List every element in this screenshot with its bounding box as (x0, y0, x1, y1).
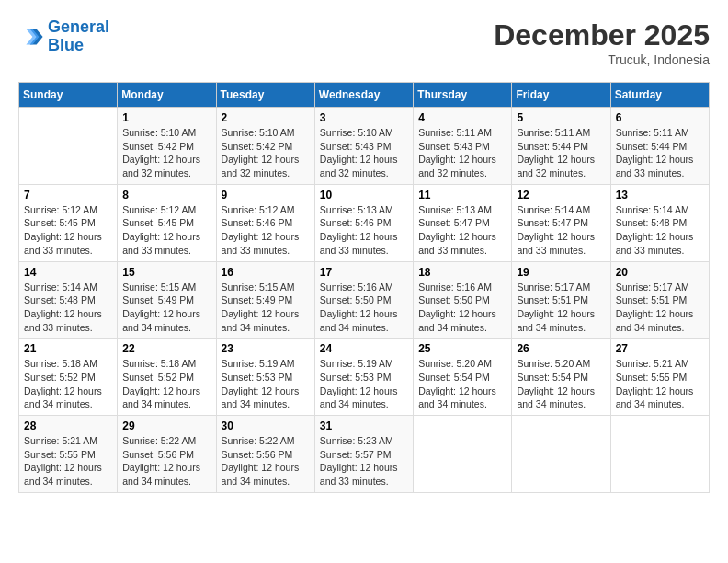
day-number: 19 (517, 266, 605, 279)
day-info: Sunrise: 5:15 AM Sunset: 5:49 PM Dayligh… (222, 281, 310, 335)
day-number: 30 (222, 419, 310, 432)
day-info: Sunrise: 5:11 AM Sunset: 5:43 PM Dayligh… (418, 126, 506, 180)
day-info: Sunrise: 5:17 AM Sunset: 5:51 PM Dayligh… (517, 281, 605, 335)
day-info: Sunrise: 5:10 AM Sunset: 5:42 PM Dayligh… (222, 126, 310, 180)
title-block: December 2025 Trucuk, Indonesia (494, 18, 710, 67)
day-info: Sunrise: 5:16 AM Sunset: 5:50 PM Dayligh… (320, 281, 408, 335)
day-number: 7 (24, 189, 112, 201)
day-number: 25 (418, 342, 506, 355)
calendar-cell: 30Sunrise: 5:22 AM Sunset: 5:56 PM Dayli… (216, 416, 314, 493)
weekday-header: Sunday (19, 83, 118, 108)
calendar-cell: 25Sunrise: 5:20 AM Sunset: 5:54 PM Dayli… (414, 339, 512, 416)
calendar-cell: 24Sunrise: 5:19 AM Sunset: 5:53 PM Dayli… (314, 339, 413, 416)
calendar-cell: 4Sunrise: 5:11 AM Sunset: 5:43 PM Daylig… (414, 108, 512, 185)
day-number: 2 (222, 111, 310, 124)
calendar-cell (414, 416, 512, 493)
day-info: Sunrise: 5:23 AM Sunset: 5:57 PM Dayligh… (320, 434, 408, 488)
day-number: 8 (122, 189, 210, 201)
calendar-cell (19, 108, 118, 185)
day-info: Sunrise: 5:21 AM Sunset: 5:55 PM Dayligh… (616, 357, 704, 411)
logo-text: General Blue (48, 18, 109, 55)
calendar-cell: 13Sunrise: 5:14 AM Sunset: 5:48 PM Dayli… (610, 184, 709, 261)
calendar-cell: 19Sunrise: 5:17 AM Sunset: 5:51 PM Dayli… (512, 261, 610, 339)
calendar-cell: 16Sunrise: 5:15 AM Sunset: 5:49 PM Dayli… (216, 261, 314, 339)
calendar-cell: 12Sunrise: 5:14 AM Sunset: 5:47 PM Dayli… (512, 184, 610, 261)
day-info: Sunrise: 5:10 AM Sunset: 5:42 PM Dayligh… (122, 126, 210, 180)
day-info: Sunrise: 5:10 AM Sunset: 5:43 PM Dayligh… (320, 126, 408, 180)
day-info: Sunrise: 5:17 AM Sunset: 5:51 PM Dayligh… (616, 281, 704, 335)
calendar-cell: 3Sunrise: 5:10 AM Sunset: 5:43 PM Daylig… (314, 108, 413, 185)
day-number: 18 (418, 266, 506, 279)
calendar-header: SundayMondayTuesdayWednesdayThursdayFrid… (19, 83, 710, 108)
day-number: 13 (616, 189, 704, 201)
day-info: Sunrise: 5:11 AM Sunset: 5:44 PM Dayligh… (616, 126, 704, 180)
day-info: Sunrise: 5:20 AM Sunset: 5:54 PM Dayligh… (418, 357, 506, 411)
day-number: 14 (24, 266, 112, 279)
day-info: Sunrise: 5:14 AM Sunset: 5:47 PM Dayligh… (517, 203, 605, 258)
logo: General Blue (18, 18, 109, 55)
calendar-cell: 6Sunrise: 5:11 AM Sunset: 5:44 PM Daylig… (610, 108, 709, 185)
day-info: Sunrise: 5:22 AM Sunset: 5:56 PM Dayligh… (222, 434, 310, 488)
day-info: Sunrise: 5:14 AM Sunset: 5:48 PM Dayligh… (24, 281, 112, 335)
calendar-cell (512, 416, 610, 493)
day-number: 1 (122, 111, 210, 124)
calendar-cell: 31Sunrise: 5:23 AM Sunset: 5:57 PM Dayli… (314, 416, 413, 493)
day-info: Sunrise: 5:14 AM Sunset: 5:48 PM Dayligh… (616, 203, 704, 258)
calendar-cell: 18Sunrise: 5:16 AM Sunset: 5:50 PM Dayli… (414, 261, 512, 339)
weekday-header: Saturday (610, 83, 709, 108)
logo-line1: General (48, 17, 109, 36)
weekday-header: Friday (512, 83, 610, 108)
day-info: Sunrise: 5:12 AM Sunset: 5:45 PM Dayligh… (122, 203, 210, 258)
day-info: Sunrise: 5:12 AM Sunset: 5:45 PM Dayligh… (24, 203, 112, 258)
day-info: Sunrise: 5:13 AM Sunset: 5:47 PM Dayligh… (418, 203, 506, 258)
day-number: 15 (122, 266, 210, 279)
calendar-cell: 1Sunrise: 5:10 AM Sunset: 5:42 PM Daylig… (118, 108, 216, 185)
calendar-cell: 8Sunrise: 5:12 AM Sunset: 5:45 PM Daylig… (118, 184, 216, 261)
calendar-week-row: 7Sunrise: 5:12 AM Sunset: 5:45 PM Daylig… (19, 184, 710, 261)
day-info: Sunrise: 5:19 AM Sunset: 5:53 PM Dayligh… (320, 357, 408, 411)
day-info: Sunrise: 5:12 AM Sunset: 5:46 PM Dayligh… (222, 203, 310, 258)
calendar-cell: 11Sunrise: 5:13 AM Sunset: 5:47 PM Dayli… (414, 184, 512, 261)
day-number: 31 (320, 419, 408, 432)
day-info: Sunrise: 5:20 AM Sunset: 5:54 PM Dayligh… (517, 357, 605, 411)
calendar-week-row: 14Sunrise: 5:14 AM Sunset: 5:48 PM Dayli… (19, 261, 710, 339)
calendar-cell: 26Sunrise: 5:20 AM Sunset: 5:54 PM Dayli… (512, 339, 610, 416)
day-info: Sunrise: 5:18 AM Sunset: 5:52 PM Dayligh… (122, 357, 210, 411)
day-number: 5 (517, 111, 605, 124)
day-number: 21 (24, 342, 112, 355)
calendar-cell: 22Sunrise: 5:18 AM Sunset: 5:52 PM Dayli… (118, 339, 216, 416)
weekday-header: Tuesday (216, 83, 314, 108)
day-number: 24 (320, 342, 408, 355)
day-info: Sunrise: 5:16 AM Sunset: 5:50 PM Dayligh… (418, 281, 506, 335)
weekday-header: Thursday (414, 83, 512, 108)
calendar-body: 1Sunrise: 5:10 AM Sunset: 5:42 PM Daylig… (19, 108, 710, 493)
day-number: 12 (517, 189, 605, 201)
day-number: 6 (616, 111, 704, 124)
subtitle: Trucuk, Indonesia (494, 52, 710, 67)
weekday-header: Wednesday (314, 83, 413, 108)
calendar-cell: 17Sunrise: 5:16 AM Sunset: 5:50 PM Dayli… (314, 261, 413, 339)
calendar-cell: 10Sunrise: 5:13 AM Sunset: 5:46 PM Dayli… (314, 184, 413, 261)
day-number: 23 (222, 342, 310, 355)
calendar-cell: 23Sunrise: 5:19 AM Sunset: 5:53 PM Dayli… (216, 339, 314, 416)
day-info: Sunrise: 5:19 AM Sunset: 5:53 PM Dayligh… (222, 357, 310, 411)
calendar-cell (610, 416, 709, 493)
day-info: Sunrise: 5:22 AM Sunset: 5:56 PM Dayligh… (122, 434, 210, 488)
calendar-cell: 7Sunrise: 5:12 AM Sunset: 5:45 PM Daylig… (19, 184, 118, 261)
day-number: 20 (616, 266, 704, 279)
day-number: 16 (222, 266, 310, 279)
calendar-cell: 9Sunrise: 5:12 AM Sunset: 5:46 PM Daylig… (216, 184, 314, 261)
calendar-week-row: 21Sunrise: 5:18 AM Sunset: 5:52 PM Dayli… (19, 339, 710, 416)
day-number: 17 (320, 266, 408, 279)
calendar-cell: 14Sunrise: 5:14 AM Sunset: 5:48 PM Dayli… (19, 261, 118, 339)
main-title: December 2025 (494, 18, 710, 52)
day-number: 27 (616, 342, 704, 355)
weekday-header: Monday (118, 83, 216, 108)
day-info: Sunrise: 5:18 AM Sunset: 5:52 PM Dayligh… (24, 357, 112, 411)
day-number: 26 (517, 342, 605, 355)
day-info: Sunrise: 5:21 AM Sunset: 5:55 PM Dayligh… (24, 434, 112, 488)
calendar-cell: 28Sunrise: 5:21 AM Sunset: 5:55 PM Dayli… (19, 416, 118, 493)
day-info: Sunrise: 5:15 AM Sunset: 5:49 PM Dayligh… (122, 281, 210, 335)
day-number: 10 (320, 189, 408, 201)
calendar-cell: 27Sunrise: 5:21 AM Sunset: 5:55 PM Dayli… (610, 339, 709, 416)
